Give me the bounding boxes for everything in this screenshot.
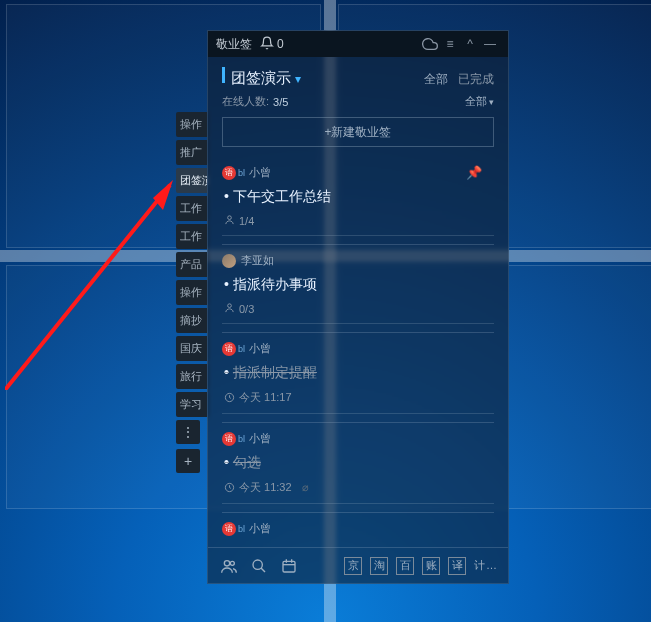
shortcut-more[interactable]: 计…: [474, 558, 498, 573]
assignee-name: 李亚如: [241, 253, 274, 268]
task-group: 语 bl 小曾 勾选 今天 11:32 ⌀: [222, 422, 494, 504]
assignee-name: 小曾: [249, 521, 271, 536]
task-group: 语 bl 小曾 📌 下午交工作总结 1/4: [222, 157, 494, 236]
title-bar: 敬业签 0 ≡ ^ —: [208, 31, 508, 57]
chevron-down-icon: ▾: [295, 72, 301, 86]
main-panel: 敬业签 0 ≡ ^ — 团签演示 ▾ 全部 已完成 在线人数: 3/5 全部 +…: [207, 30, 509, 584]
task-title[interactable]: 下午交工作总结: [222, 188, 494, 206]
shortcut-button[interactable]: 百: [396, 557, 414, 575]
clock-icon: [224, 392, 235, 403]
panel-header: 团签演示 ▾ 全部 已完成: [208, 57, 508, 94]
side-more-button[interactable]: ⋮: [176, 420, 200, 444]
task-group: 李亚如 指派待办事项 0/3: [222, 244, 494, 324]
assignee-row[interactable]: 语 bl 小曾 📌: [222, 165, 494, 180]
avatar-icon: 语: [222, 342, 236, 356]
avatar-tag: bl: [238, 168, 245, 178]
filter-all[interactable]: 全部: [424, 71, 448, 88]
side-tab[interactable]: 摘抄: [176, 308, 208, 333]
task-meta: 0/3: [222, 302, 494, 315]
pin-icon[interactable]: 📌: [466, 165, 482, 180]
person-icon: [224, 302, 235, 315]
assignee-row[interactable]: 语 bl 小曾: [222, 431, 494, 446]
clock-icon: [224, 482, 235, 493]
menu-icon[interactable]: ≡: [440, 34, 460, 54]
shortcut-button[interactable]: 京: [344, 557, 362, 575]
shortcut-button[interactable]: 账: [422, 557, 440, 575]
svg-point-7: [230, 561, 234, 565]
side-tab[interactable]: 操作: [176, 112, 208, 137]
side-tab[interactable]: 旅行: [176, 364, 208, 389]
new-note-button[interactable]: +新建敬业签: [222, 117, 494, 147]
cloud-sync-icon[interactable]: [420, 34, 440, 54]
shortcut-button[interactable]: 淘: [370, 557, 388, 575]
avatar-tag: bl: [238, 434, 245, 444]
footer-bar: 京 淘 百 账 译 计…: [208, 547, 508, 583]
assignee-name: 小曾: [249, 165, 271, 180]
task-meta: 今天 11:32 ⌀: [222, 480, 494, 495]
avatar-icon: 语: [222, 166, 236, 180]
assignee-row[interactable]: 语 bl 小曾: [222, 341, 494, 356]
bell-icon[interactable]: [260, 36, 274, 53]
side-tab[interactable]: 推广: [176, 140, 208, 165]
task-title[interactable]: 指派待办事项: [222, 276, 494, 294]
meta-divider-icon: ⌀: [302, 481, 309, 494]
collapse-icon[interactable]: ^: [460, 34, 480, 54]
notification-count: 0: [277, 37, 284, 51]
task-meta: 今天 11:17: [222, 390, 494, 405]
online-count: 3/5: [273, 96, 288, 108]
svg-point-3: [228, 304, 232, 308]
svg-point-2: [228, 216, 232, 220]
task-list: 语 bl 小曾 📌 下午交工作总结 1/4 李亚如 指派待办事项 0/3: [208, 157, 508, 547]
shortcut-button[interactable]: 译: [448, 557, 466, 575]
category-name[interactable]: 团签演示 ▾: [231, 69, 414, 88]
filter-done[interactable]: 已完成: [458, 71, 494, 88]
task-meta: 1/4: [222, 214, 494, 227]
svg-point-6: [224, 560, 229, 565]
side-tab[interactable]: 工作: [176, 224, 208, 249]
side-tab[interactable]: 国庆: [176, 336, 208, 361]
task-title[interactable]: 勾选: [222, 454, 494, 472]
scope-selector[interactable]: 全部: [465, 94, 494, 109]
task-group: 语 bl 小曾 指派制定提醒 今天 11:17: [222, 332, 494, 414]
sub-header: 在线人数: 3/5 全部: [208, 94, 508, 117]
assignee-row[interactable]: 李亚如: [222, 253, 494, 268]
assignee-row[interactable]: 语 bl 小曾: [222, 521, 494, 536]
side-tab[interactable]: 工作: [176, 196, 208, 221]
person-icon: [224, 214, 235, 227]
accent-bar: [222, 67, 225, 83]
avatar-tag: bl: [238, 344, 245, 354]
side-tab-list: 操作 推广 团签演示 工作 工作 产品 操作 摘抄 国庆 旅行 学习 ⋮ +: [176, 112, 208, 478]
svg-line-9: [261, 568, 265, 572]
avatar-tag: bl: [238, 524, 245, 534]
minimize-icon[interactable]: —: [480, 34, 500, 54]
svg-rect-10: [283, 561, 295, 572]
task-group: 语 bl 小曾: [222, 512, 494, 536]
online-label: 在线人数:: [222, 94, 269, 109]
calendar-icon[interactable]: [278, 555, 300, 577]
side-tab-active[interactable]: 团签演示: [176, 168, 208, 193]
search-icon[interactable]: [248, 555, 270, 577]
avatar-icon: [222, 254, 236, 268]
side-add-button[interactable]: +: [176, 449, 200, 473]
avatar-icon: 语: [222, 522, 236, 536]
assignee-name: 小曾: [249, 341, 271, 356]
side-tab[interactable]: 产品: [176, 252, 208, 277]
side-tab[interactable]: 学习: [176, 392, 208, 417]
task-title[interactable]: 指派制定提醒: [222, 364, 494, 382]
side-tab[interactable]: 操作: [176, 280, 208, 305]
contacts-icon[interactable]: [218, 555, 240, 577]
svg-point-8: [253, 560, 262, 569]
app-title: 敬业签: [216, 36, 252, 53]
avatar-icon: 语: [222, 432, 236, 446]
assignee-name: 小曾: [249, 431, 271, 446]
